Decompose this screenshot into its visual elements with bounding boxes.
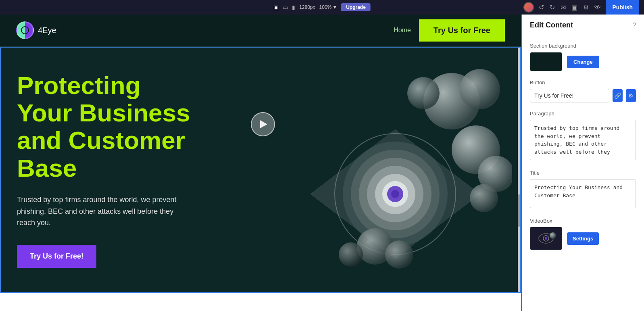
paragraph-field: Paragraph Trusted by top firms around th… <box>530 111 636 162</box>
paragraph-field-label: Paragraph <box>530 111 636 117</box>
redo-button[interactable]: ↻ <box>549 3 556 12</box>
svg-point-22 <box>546 238 547 239</box>
site-logo: 4Eye <box>16 21 56 39</box>
hero-paragraph: Trusted by top firms around the world, w… <box>17 194 178 229</box>
settings-icon[interactable]: ⚙ <box>582 3 590 12</box>
publish-button[interactable]: Publish <box>606 0 639 15</box>
hero-content: Protecting Your Business and Customer Ba… <box>1 48 210 292</box>
change-button[interactable]: Change <box>567 56 599 68</box>
videobox-label: VideoBox <box>530 218 636 224</box>
video-thumb-graphic <box>532 228 560 248</box>
button-field-label: Button <box>530 79 636 86</box>
bg-field: Change <box>530 52 636 71</box>
svg-point-2 <box>407 77 440 109</box>
panel-body: Section background Change Button 🔗 ⚙ Par… <box>522 36 644 256</box>
logo-inner-circle <box>21 26 29 34</box>
preview-icon[interactable]: 👁 <box>594 3 602 12</box>
button-input-row: 🔗 ⚙ <box>530 89 636 102</box>
preview-area: 4Eye Home Try Us for Free Protecting You… <box>0 15 521 311</box>
button-field: Button 🔗 ⚙ <box>530 79 636 102</box>
play-triangle-icon <box>260 120 267 128</box>
nav-home[interactable]: Home <box>394 27 411 34</box>
svg-point-11 <box>391 190 399 198</box>
notification-icon[interactable]: ✉ <box>560 3 567 12</box>
website-frame: 4Eye Home Try Us for Free Protecting You… <box>0 15 521 311</box>
scrollbar[interactable] <box>518 48 520 292</box>
upgrade-button[interactable]: Upgrade <box>341 3 371 11</box>
panel-title: Edit Content <box>530 21 573 29</box>
bg-swatch[interactable] <box>530 52 562 71</box>
resolution-label: 1280px <box>299 4 315 10</box>
button-text-input[interactable] <box>530 89 609 102</box>
svg-point-14 <box>339 242 363 267</box>
nav-links: Home Try Us for Free <box>394 19 505 42</box>
paragraph-textarea[interactable]: Trusted by top firms around the world, w… <box>530 120 636 160</box>
svg-point-23 <box>550 232 556 239</box>
toolbar: ▣ ▭ ▮ 1280px 100% ▼ Upgrade ↺ ↻ ✉ ▣ ⚙ 👁 … <box>0 0 644 15</box>
comments-icon[interactable]: ▣ <box>571 3 578 12</box>
avatar[interactable] <box>523 2 534 13</box>
title-field: Title Protecting Your Business and Custo… <box>530 170 636 210</box>
section-background-field: Section background Change <box>530 43 636 71</box>
desktop-icon[interactable]: ▣ <box>273 4 279 10</box>
link-icon-button[interactable]: 🔗 <box>613 89 623 102</box>
help-button[interactable]: ? <box>632 22 636 29</box>
title-field-label: Title <box>530 170 636 176</box>
hero-section: Protecting Your Business and Customer Ba… <box>0 47 521 293</box>
undo-button[interactable]: ↺ <box>538 3 545 12</box>
logo-text: 4Eye <box>38 26 56 35</box>
gear-icon-button[interactable]: ⚙ <box>626 89 636 102</box>
hero-cta-button[interactable]: Try Us for Free! <box>17 245 96 268</box>
videobox-row: Settings <box>530 227 636 250</box>
eye-graphic <box>278 69 512 271</box>
hero-title: Protecting Your Business and Customer Ba… <box>17 72 194 182</box>
main-area: 4Eye Home Try Us for Free Protecting You… <box>0 15 644 311</box>
nav-cta-button[interactable]: Try Us for Free <box>419 19 505 42</box>
site-nav: 4Eye Home Try Us for Free <box>0 15 521 47</box>
svg-point-17 <box>470 184 498 212</box>
section-background-label: Section background <box>530 43 636 49</box>
logo-icon <box>16 21 34 39</box>
hero-visual <box>210 48 520 292</box>
play-button[interactable] <box>251 112 275 136</box>
zoom-button[interactable]: 100% ▼ <box>319 4 338 10</box>
title-textarea[interactable]: Protecting Your Business and Customer Ba… <box>530 179 636 208</box>
scrollbar-thumb[interactable] <box>518 194 520 227</box>
toolbar-center: ▣ ▭ ▮ 1280px 100% ▼ Upgrade <box>273 3 371 11</box>
toolbar-right: ↺ ↻ ✉ ▣ ⚙ 👁 Publish <box>523 0 639 15</box>
panel-header: Edit Content ? <box>522 15 644 36</box>
svg-point-13 <box>385 240 413 269</box>
tablet-icon[interactable]: ▭ <box>283 4 288 10</box>
edit-panel: Edit Content ? Section background Change… <box>521 15 644 311</box>
video-thumbnail <box>530 227 562 250</box>
videobox-field: VideoBox <box>530 218 636 250</box>
videobox-settings-button[interactable]: Settings <box>567 232 599 245</box>
svg-point-1 <box>460 69 500 109</box>
mobile-icon[interactable]: ▮ <box>292 4 295 10</box>
